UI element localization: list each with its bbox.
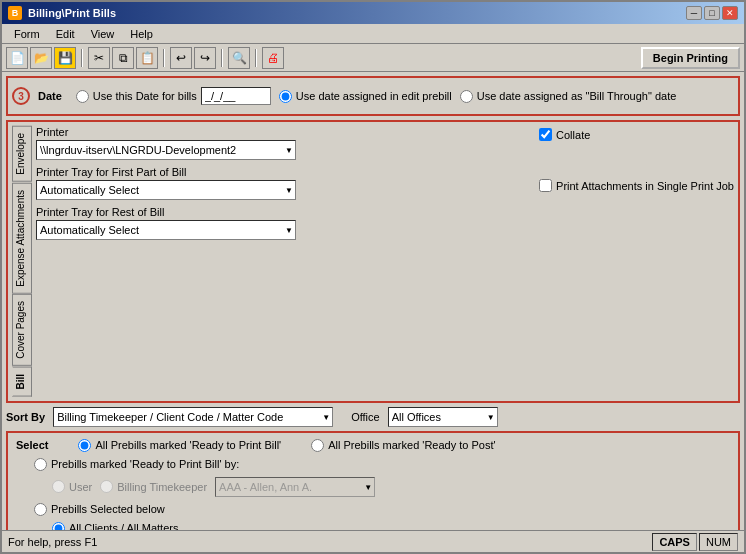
date-section: 3 Date Use this Date for bills Use date … [6,76,740,116]
select-opt1-radio[interactable] [78,439,91,452]
by-user-radio[interactable] [52,480,65,493]
menu-help[interactable]: Help [122,26,161,42]
all-clients-label: All Clients / All Matters [69,522,178,530]
date-option2-radio[interactable] [279,90,292,103]
window-title: Billing\Print Bills [28,7,116,19]
office-label: Office [351,411,380,423]
collate-label: Collate [556,129,590,141]
select-opt3-group: Prebills marked 'Ready to Print Bill' by… [34,458,239,471]
collate-row: Collate [539,128,734,141]
office-wrapper: All Offices [388,407,498,427]
status-bar: For help, press F1 CAPS NUM [2,530,744,552]
by-billing-tk-radio[interactable] [100,480,113,493]
close-button[interactable]: ✕ [722,6,738,20]
date-option1-label: Use this Date for bills [93,90,197,102]
main-window: B Billing\Print Bills ─ □ ✕ Form Edit Vi… [0,0,746,554]
cut-button[interactable]: ✂ [88,47,110,69]
select-opt4-group: Prebills Selected below [34,503,730,516]
printer-label: Printer [36,126,519,138]
printer-tabs: Envelope Expense Attachments Cover Pages… [12,126,32,397]
date-label: Date [38,90,62,102]
num-indicator: NUM [699,533,738,551]
new-button[interactable]: 📄 [6,47,28,69]
toolbar: 📄 📂 💾 ✂ ⧉ 📋 ↩ ↪ 🔍 🖨 Begin Printing [2,44,744,72]
date-option2-label: Use date assigned in edit prebill [296,90,452,102]
all-clients-radio[interactable] [52,522,65,530]
search-button[interactable]: 🔍 [228,47,250,69]
select-opt4-radio[interactable] [34,503,47,516]
sort-by-select[interactable]: Billing Timekeeper / Client Code / Matte… [53,407,333,427]
tab-cover-pages[interactable]: Cover Pages [12,294,32,366]
caps-indicator: CAPS [652,533,697,551]
tray-first-select[interactable]: Automatically Select [36,180,296,200]
print-button[interactable]: 🖨 [262,47,284,69]
separator3 [221,49,223,67]
date-option3-group: Use date assigned as "Bill Through" date [460,90,677,103]
separator2 [163,49,165,67]
tray-rest-select[interactable]: Automatically Select [36,220,296,240]
select-opt2-radio[interactable] [311,439,324,452]
select-opt1-group: All Prebills marked 'Ready to Print Bill… [78,439,281,452]
sort-section: Sort By Billing Timekeeper / Client Code… [6,407,740,427]
status-indicators: CAPS NUM [652,533,738,551]
maximize-button[interactable]: □ [704,6,720,20]
print-attachments-checkbox[interactable] [539,179,552,192]
date-circle: 3 [12,87,30,105]
select-opt3-radio[interactable] [34,458,47,471]
date-option1-radio[interactable] [76,90,89,103]
by-user-label: User [69,481,92,493]
date-option1-group: Use this Date for bills [76,87,271,105]
app-icon: B [8,6,22,20]
sort-by-label: Sort By [6,411,45,423]
sort-by-wrapper: Billing Timekeeper / Client Code / Matte… [53,407,333,427]
tab-bill[interactable]: Bill [12,367,32,397]
save-button[interactable]: 💾 [54,47,76,69]
help-text: For help, press F1 [8,536,330,548]
main-content: 3 Date Use this Date for bills Use date … [2,72,744,530]
tray-first-label: Printer Tray for First Part of Bill [36,166,519,178]
separator4 [255,49,257,67]
menu-edit[interactable]: Edit [48,26,83,42]
menu-bar: Form Edit View Help [2,24,744,44]
all-clients-group: All Clients / All Matters [52,522,730,530]
office-select[interactable]: All Offices [388,407,498,427]
select-opt4-label: Prebills Selected below [51,503,165,515]
tab-envelope[interactable]: Envelope [12,126,32,182]
by-dropdown-select[interactable]: AAA - Allen, Ann A. [215,477,375,497]
begin-printing-button[interactable]: Begin Printing [641,47,740,69]
menu-form[interactable]: Form [6,26,48,42]
printer-select[interactable]: \\lngrduv-itserv\LNGRDU-Development2 [36,140,296,160]
tray-first-wrapper: Automatically Select [36,180,296,200]
print-attachments-row: Print Attachments in Single Print Job [539,179,734,192]
tray-rest-label: Printer Tray for Rest of Bill [36,206,519,218]
printer-content: Printer \\lngrduv-itserv\LNGRDU-Developm… [36,126,734,397]
tray-rest-wrapper: Automatically Select [36,220,296,240]
by-dropdown-wrapper: AAA - Allen, Ann A. [215,477,375,497]
date-option3-radio[interactable] [460,90,473,103]
select-opt3-label: Prebills marked 'Ready to Print Bill' by… [51,458,239,470]
undo-button[interactable]: ↩ [170,47,192,69]
tab-expense-attachments[interactable]: Expense Attachments [12,183,32,294]
redo-button[interactable]: ↪ [194,47,216,69]
minimize-button[interactable]: ─ [686,6,702,20]
by-user-group: User [52,480,92,493]
by-billing-tk-label: Billing Timekeeper [117,481,207,493]
title-bar: B Billing\Print Bills ─ □ ✕ [2,2,744,24]
copy-button[interactable]: ⧉ [112,47,134,69]
print-attachments-label: Print Attachments in Single Print Job [556,180,734,192]
collate-checkbox[interactable] [539,128,552,141]
select-opt1-label: All Prebills marked 'Ready to Print Bill… [95,439,281,451]
menu-view[interactable]: View [83,26,123,42]
date-option3-label: Use date assigned as "Bill Through" date [477,90,677,102]
paste-button[interactable]: 📋 [136,47,158,69]
date-option2-group: Use date assigned in edit prebill [279,90,452,103]
printer-section: Envelope Expense Attachments Cover Pages… [6,120,740,403]
open-button[interactable]: 📂 [30,47,52,69]
printer-select-wrapper: \\lngrduv-itserv\LNGRDU-Development2 [36,140,296,160]
date-input-field[interactable] [201,87,271,105]
select-opt2-label: All Prebills marked 'Ready to Post' [328,439,495,451]
select-section: Select All Prebills marked 'Ready to Pri… [6,431,740,530]
by-billing-tk-group: Billing Timekeeper [100,480,207,493]
select-opt2-group: All Prebills marked 'Ready to Post' [311,439,495,452]
select-label: Select [16,439,48,451]
